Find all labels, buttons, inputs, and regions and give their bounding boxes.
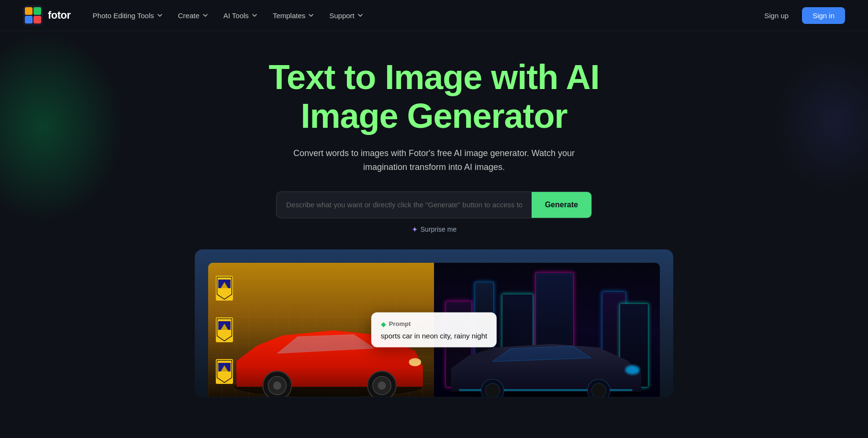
chevron-down-icon-4 xyxy=(308,12,314,18)
chevron-down-icon-2 xyxy=(202,12,208,18)
nav-label-support: Support xyxy=(329,11,355,20)
svg-rect-1 xyxy=(25,7,33,15)
prompt-label: Prompt xyxy=(389,320,411,327)
surprise-row: ✦ Surprise me xyxy=(412,225,456,234)
logo-link[interactable]: fotor xyxy=(23,5,71,25)
hero-subtitle: Convert words to images with Fotor's fre… xyxy=(281,146,587,174)
nav-label-photo-editing: Photo Editing Tools xyxy=(93,11,154,20)
svg-point-11 xyxy=(273,382,281,390)
logo-text: fotor xyxy=(48,9,71,22)
demo-image-container: ◆ Prompt sports car in neon city, rainy … xyxy=(208,263,660,397)
nav-label-templates: Templates xyxy=(273,11,305,20)
svg-rect-2 xyxy=(33,7,41,15)
svg-point-22 xyxy=(591,383,606,397)
nav-item-create[interactable]: Create xyxy=(171,8,215,23)
demo-section: ◆ Prompt sports car in neon city, rainy … xyxy=(195,249,673,398)
hero-title-line1: Text to Image with AI xyxy=(268,58,599,96)
main-nav: fotor Photo Editing Tools Create AI Tool… xyxy=(0,0,868,31)
svg-point-14 xyxy=(378,382,386,390)
nav-item-support[interactable]: Support xyxy=(323,8,370,23)
nav-item-ai-tools[interactable]: AI Tools xyxy=(217,8,264,23)
svg-point-15 xyxy=(409,358,422,366)
svg-rect-3 xyxy=(25,16,33,23)
nav-label-ai-tools: AI Tools xyxy=(223,11,249,20)
surprise-me-link[interactable]: Surprise me xyxy=(421,225,456,233)
prompt-label-row: ◆ Prompt xyxy=(381,320,487,327)
chevron-down-icon xyxy=(157,12,163,18)
prompt-tooltip: ◆ Prompt sports car in neon city, rainy … xyxy=(371,312,497,347)
nav-actions: Sign up Sign in xyxy=(758,7,845,24)
prompt-diamond-icon: ◆ xyxy=(381,320,386,327)
hero-title-line2: Image Generator xyxy=(300,97,567,135)
sign-in-button[interactable]: Sign in xyxy=(802,7,845,24)
svg-point-18 xyxy=(625,365,640,375)
prompt-input[interactable] xyxy=(277,192,532,218)
prompt-search-container: Generate xyxy=(276,191,592,218)
ferrari-shield-svg xyxy=(216,276,233,301)
chevron-down-icon-5 xyxy=(357,12,363,18)
svg-rect-4 xyxy=(33,16,41,23)
nav-item-templates[interactable]: Templates xyxy=(266,8,321,23)
nav-links: Photo Editing Tools Create AI Tools Temp… xyxy=(86,8,759,23)
nav-item-photo-editing[interactable]: Photo Editing Tools xyxy=(86,8,169,23)
svg-point-20 xyxy=(485,383,500,397)
hero-title: Text to Image with AI Image Generator xyxy=(268,58,599,135)
chevron-down-icon-3 xyxy=(252,12,257,18)
ferrari-logo-1 xyxy=(216,276,233,301)
sign-up-button[interactable]: Sign up xyxy=(758,8,794,23)
generate-button[interactable]: Generate xyxy=(532,192,591,218)
fotor-logo-icon xyxy=(23,5,43,25)
nav-label-create: Create xyxy=(178,11,200,20)
sparkle-icon: ✦ xyxy=(412,225,418,234)
prompt-text: sports car in neon city, rainy night xyxy=(381,331,487,339)
hero-section: Text to Image with AI Image Generator Co… xyxy=(0,31,868,234)
